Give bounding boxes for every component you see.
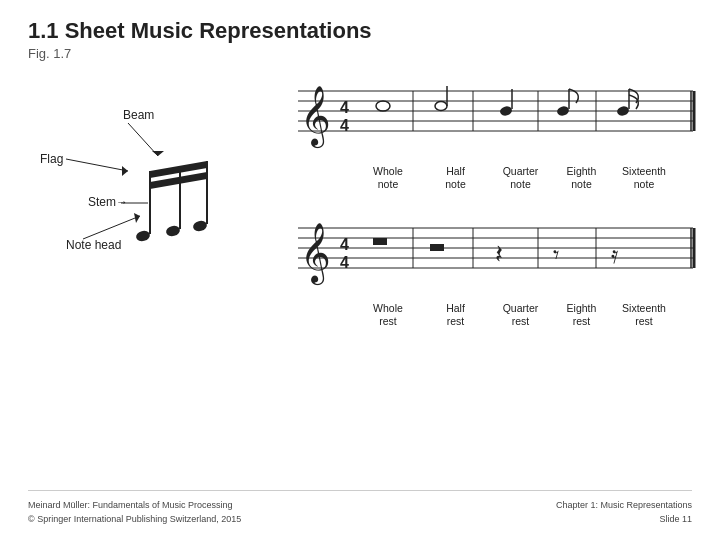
svg-text:𝄞: 𝄞 xyxy=(300,86,331,149)
sixteenth-rest-label: Sixteenthrest xyxy=(610,302,678,327)
svg-line-4 xyxy=(83,216,140,239)
half-rest-label: Halfrest xyxy=(423,302,488,327)
rests-staff-section: 𝄞 4 4 𝄽 𝄾 𝄿 xyxy=(258,208,698,327)
svg-point-25 xyxy=(616,105,630,117)
half-note-label: Halfnote xyxy=(423,165,488,190)
svg-point-18 xyxy=(376,101,390,111)
svg-text:4: 4 xyxy=(340,236,349,253)
note1-head xyxy=(135,229,151,242)
whole-rest-label: Wholerest xyxy=(353,302,423,327)
footer-left: Meinard Müller: Fundamentals of Music Pr… xyxy=(28,499,241,526)
notes-staff-svg: 𝄞 4 4 xyxy=(258,71,698,161)
note-labels-row: Wholenote Halfnote Quarternote Eighthnot… xyxy=(258,165,688,190)
page-title: 1.1 Sheet Music Representations xyxy=(28,18,692,44)
rest-labels-row: Wholerest Halfrest Quarterrest Eighthres… xyxy=(258,302,688,327)
footer-right-line2: Slide 11 xyxy=(556,513,692,527)
left-panel: Beam Flag Stem→ Note head xyxy=(28,71,248,305)
svg-point-19 xyxy=(435,102,447,111)
footer: Meinard Müller: Fundamentals of Music Pr… xyxy=(28,490,692,526)
svg-marker-1 xyxy=(152,151,164,156)
whole-note-label: Wholenote xyxy=(353,165,423,190)
footer-left-line1: Meinard Müller: Fundamentals of Music Pr… xyxy=(28,499,241,513)
eighth-rest-label: Eighthrest xyxy=(553,302,610,327)
eighth-note-label: Eighthnote xyxy=(553,165,610,190)
note3-head xyxy=(192,219,208,232)
footer-left-line2: © Springer International Publishing Swit… xyxy=(28,513,241,527)
quarter-rest-label: Quarterrest xyxy=(488,302,553,327)
note-head-label: Note head xyxy=(66,238,121,252)
svg-text:4: 4 xyxy=(340,254,349,271)
svg-rect-41 xyxy=(373,238,387,245)
page-subtitle: Fig. 1.7 xyxy=(28,46,692,61)
svg-line-2 xyxy=(66,159,128,171)
note2-head xyxy=(165,224,181,237)
page: 1.1 Sheet Music Representations Fig. 1.7… xyxy=(0,0,720,540)
quarter-note-label: Quarternote xyxy=(488,165,553,190)
beam-label: Beam xyxy=(123,108,154,122)
flag-label: Flag xyxy=(40,152,63,166)
svg-point-23 xyxy=(556,105,570,117)
notes-staff-section: 𝄞 4 4 xyxy=(258,71,698,190)
footer-right: Chapter 1: Music Representations Slide 1… xyxy=(556,499,692,526)
svg-text:4: 4 xyxy=(340,117,349,134)
note-anatomy-diagram: Beam Flag Stem→ Note head xyxy=(28,91,238,301)
svg-text:4: 4 xyxy=(340,99,349,116)
footer-right-line1: Chapter 1: Music Representations xyxy=(556,499,692,513)
svg-text:𝄞: 𝄞 xyxy=(300,223,331,286)
right-panel: 𝄞 4 4 xyxy=(258,71,698,327)
rests-staff-svg: 𝄞 4 4 𝄽 𝄾 𝄿 xyxy=(258,208,698,298)
main-content: Beam Flag Stem→ Note head xyxy=(28,71,692,490)
stem-label: Stem→ xyxy=(88,195,128,209)
svg-text:𝄿: 𝄿 xyxy=(611,250,618,264)
svg-rect-42 xyxy=(430,244,444,251)
svg-point-21 xyxy=(499,105,513,117)
svg-marker-3 xyxy=(122,166,128,176)
sixteenth-note-label: Sixteenthnote xyxy=(610,165,678,190)
